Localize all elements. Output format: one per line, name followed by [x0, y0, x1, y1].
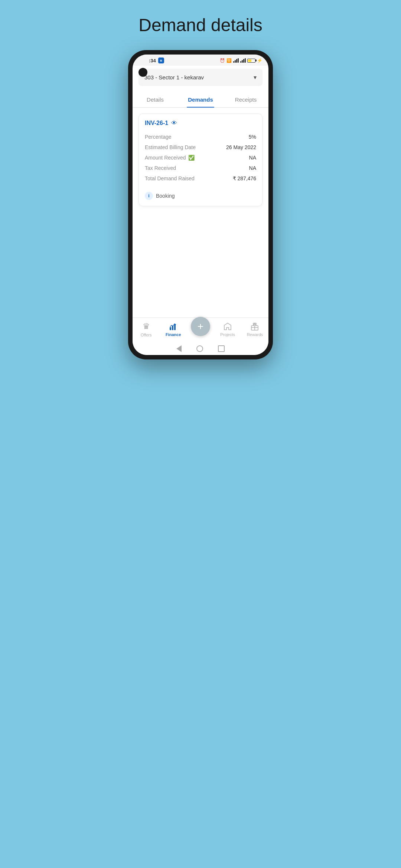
finance-label: Finance [166, 332, 181, 337]
bar1 [240, 61, 241, 63]
value-tax-received: NA [249, 165, 256, 171]
bar2 [242, 60, 243, 63]
battery-fill [248, 59, 251, 62]
row-percentage: Percentage 5% [145, 132, 256, 142]
bar3 [243, 59, 244, 63]
row-amount-received: Amount Received ✅ NA [145, 152, 256, 163]
finance-icon [169, 322, 178, 331]
phone-frame: :34 B ⏰ 🛜 [128, 50, 273, 359]
recent-button[interactable] [218, 345, 225, 352]
row-billing-date: Estimated Billing Date 26 May 2022 [145, 142, 256, 152]
signal-bars-2 [240, 58, 246, 63]
booking-label: Booking [156, 193, 175, 199]
status-right: ⏰ 🛜 [220, 58, 263, 63]
rewards-label: Rewards [247, 332, 263, 337]
svg-rect-4 [253, 323, 256, 325]
label-total-demand: Total Demand Raised [145, 175, 195, 181]
status-bar: :34 B ⏰ 🛜 [133, 55, 268, 66]
svg-rect-2 [174, 324, 176, 330]
chevron-down-icon: ▾ [254, 74, 257, 81]
tab-demands[interactable]: Demands [178, 92, 223, 107]
alarm-icon: ⏰ [220, 58, 225, 63]
system-nav [133, 342, 268, 355]
signal-bars-1 [233, 58, 239, 63]
nav-item-finance[interactable]: Finance [162, 322, 185, 337]
tab-details[interactable]: Details [133, 92, 178, 107]
tab-receipts[interactable]: Receipts [223, 92, 268, 107]
status-time: :34 [149, 58, 156, 63]
projects-label: Projects [220, 332, 235, 337]
location-text: 303 - Sector 1 - kekarav [144, 74, 204, 80]
bar1 [233, 61, 234, 63]
label-billing-date: Estimated Billing Date [145, 144, 196, 150]
status-left: :34 B [138, 57, 164, 63]
value-total-demand: ₹ 287,476 [233, 175, 257, 181]
offers-icon: ♛ [143, 322, 150, 331]
row-total-demand: Total Demand Raised ₹ 287,476 [145, 173, 256, 184]
offers-label: Offers [141, 333, 152, 337]
svg-rect-1 [172, 326, 173, 330]
invoice-id: INV-26-1 [145, 120, 168, 126]
add-icon: + [198, 320, 203, 332]
check-icon: ✅ [188, 155, 195, 161]
label-amount-received: Amount Received ✅ [145, 155, 195, 161]
invoice-header: INV-26-1 👁 [145, 120, 256, 126]
nav-item-projects[interactable]: Projects [216, 322, 239, 337]
rewards-icon [250, 322, 259, 331]
booking-tag: i Booking [145, 188, 256, 200]
demand-card: INV-26-1 👁 Percentage 5% Estimated Billi… [138, 114, 263, 206]
location-selector[interactable]: 303 - Sector 1 - kekarav ▾ [138, 69, 263, 86]
bar4 [238, 58, 239, 63]
value-billing-date: 26 May 2022 [226, 144, 256, 150]
home-button[interactable] [196, 345, 203, 352]
svg-rect-0 [170, 327, 171, 330]
nav-item-offers[interactable]: ♛ Offers [135, 322, 157, 337]
tabs-container: Details Demands Receipts [133, 92, 268, 108]
back-button[interactable] [176, 345, 182, 352]
status-app-icon: B [158, 57, 164, 63]
charging-icon: ⚡ [257, 58, 263, 63]
eye-icon[interactable]: 👁 [171, 120, 177, 126]
value-percentage: 5% [249, 134, 256, 140]
camera-notch [138, 68, 147, 77]
wifi-icon: 🛜 [226, 58, 232, 63]
phone-screen: :34 B ⏰ 🛜 [133, 55, 268, 355]
bar4 [245, 58, 246, 63]
nav-item-rewards[interactable]: Rewards [244, 322, 266, 337]
nav-item-add[interactable]: + [189, 323, 212, 336]
info-icon: i [145, 192, 153, 200]
screen-content: 303 - Sector 1 - kekarav ▾ Details Deman… [133, 66, 268, 355]
bar2 [235, 60, 236, 63]
projects-icon [223, 322, 232, 331]
add-button[interactable]: + [191, 317, 210, 336]
bar3 [236, 59, 237, 63]
battery-icon [247, 59, 255, 63]
label-percentage: Percentage [145, 134, 172, 140]
bottom-nav: ♛ Offers Finance + [133, 318, 268, 342]
page-title: Demand details [138, 15, 263, 35]
row-tax-received: Tax Received NA [145, 163, 256, 173]
label-tax-received: Tax Received [145, 165, 176, 171]
value-amount-received: NA [249, 155, 256, 161]
